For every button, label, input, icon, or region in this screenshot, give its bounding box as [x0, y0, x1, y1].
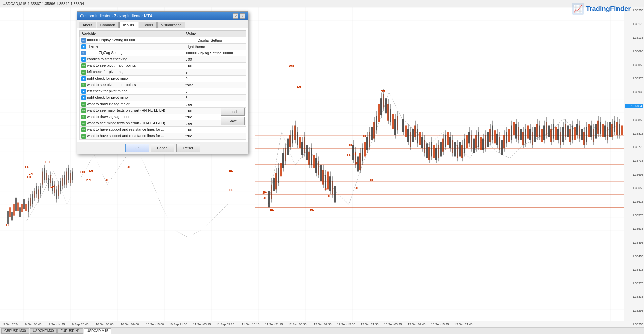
logo: 📈 TradingFinder: [572, 3, 631, 15]
value-cell: 3: [184, 94, 246, 101]
value-cell: ===== ZigZag Setting =====: [184, 50, 246, 56]
row-icon: ■: [81, 76, 86, 81]
time-axis: 9 Sep 2024 9 Sep 08:45 9 Sep 14:45 9 Sep…: [0, 321, 624, 327]
table-row[interactable]: ✏want to draw zigzag majortrue: [80, 101, 246, 107]
save-button[interactable]: Save: [221, 117, 245, 125]
top-bar: USDCAD,M15 1.35867 1.35896 1.35842 1.358…: [0, 0, 644, 7]
variable-cell: ✏want to draw zigzag minor: [80, 114, 184, 120]
price-4: 1.36095: [625, 50, 643, 53]
tab-common[interactable]: Common: [97, 22, 119, 28]
row-icon: ✏: [81, 51, 86, 55]
variable-cell: ■left check for pivot minor: [80, 88, 184, 94]
close-button[interactable]: ×: [240, 13, 245, 19]
variable-cell: ✏want to have support and resistance lin…: [80, 127, 184, 133]
tab-gbpusd-m30[interactable]: GBPUSD,M30: [1, 328, 29, 334]
price-18: 1.35495: [625, 241, 643, 244]
tab-usdchf-m30[interactable]: USDCHF,M30: [30, 328, 57, 334]
value-cell: 300: [184, 56, 246, 63]
price-14: 1.35655: [625, 186, 643, 190]
svg-text:LH: LH: [347, 154, 351, 157]
load-button[interactable]: Load: [221, 108, 245, 116]
row-icon: ✏: [81, 102, 86, 107]
table-row[interactable]: ✏===== ZigZag Setting ========== ZigZag …: [80, 50, 246, 56]
time-label-3: 9 Sep 20:45: [72, 323, 89, 326]
dialog-title: Custom Indicator - Zigzag Indicator MT4: [80, 14, 152, 18]
table-row[interactable]: ■right check for pivot minor3: [80, 94, 246, 101]
table-row[interactable]: ■right check for pivot major9: [80, 75, 246, 82]
tab-usdcad-m15[interactable]: USDCAD,M15: [84, 328, 111, 334]
table-row[interactable]: ■candles to start checking300: [80, 56, 246, 63]
modal-dialog: Custom Indicator - Zigzag Indicator MT4 …: [77, 11, 248, 154]
value-cell: true: [184, 127, 246, 133]
value-cell: Light theme: [184, 44, 246, 50]
svg-text:HL: HL: [263, 190, 267, 193]
current-price: 1.35894: [625, 104, 643, 108]
svg-text:HL: HL: [263, 197, 267, 200]
dialog-tabs: About Common Inputs Colors Visualization: [77, 20, 248, 28]
table-row[interactable]: ✏===== Display Setting ========== Displa…: [80, 37, 246, 44]
time-label-17: 13 Sep 09:45: [408, 323, 426, 326]
svg-text:LH: LH: [89, 169, 93, 172]
time-label-19: 13 Sep 21:45: [454, 323, 473, 326]
table-row[interactable]: ✏left check for pivot major9: [80, 69, 246, 75]
tab-eurusd-h1[interactable]: EURUSD,H1: [57, 328, 83, 334]
price-17: 1.35535: [625, 227, 643, 230]
price-7: 1.35935: [625, 90, 643, 94]
row-icon: ✏: [81, 38, 86, 43]
time-label-1: 9 Sep 08:45: [25, 323, 42, 326]
variable-cell: ✏want to see minor texts on chart (HH-HL…: [80, 120, 184, 127]
price-scale: 1.36250 1.36175 1.36135 1.36095 1.36055 …: [624, 7, 644, 327]
svg-text:HH: HH: [381, 89, 385, 92]
svg-text:HH: HH: [349, 144, 353, 147]
variable-cell: ✏===== Display Setting =====: [80, 37, 184, 44]
time-label-0: 9 Sep 2024: [3, 323, 19, 326]
table-row[interactable]: ✏want to see pivot minor pointsfalse: [80, 82, 246, 88]
tab-about[interactable]: About: [79, 22, 96, 28]
price-2: 1.36175: [625, 22, 643, 26]
svg-text:HH: HH: [80, 171, 85, 174]
dialog-titlebar: Custom Indicator - Zigzag Indicator MT4 …: [77, 12, 248, 20]
variable-cell: ■right check for pivot major: [80, 75, 184, 82]
tab-colors[interactable]: Colors: [139, 22, 157, 28]
svg-text:HL: HL: [310, 208, 314, 211]
svg-text:HH: HH: [45, 160, 50, 164]
table-row[interactable]: ✏want to have support and resistance lin…: [80, 127, 246, 133]
dialog-action-buttons: Load Save: [221, 108, 245, 125]
variable-cell: ✏want to see pivot minor points: [80, 82, 184, 88]
help-button[interactable]: ?: [233, 13, 238, 19]
time-label-15: 12 Sep 21:30: [361, 323, 379, 326]
value-cell: true: [184, 133, 246, 139]
dialog-footer: OK Cancel Reset: [77, 142, 248, 154]
variable-cell: ✏want to see pivot major points: [80, 63, 184, 69]
variable-cell: ✏left check for pivot major: [80, 69, 184, 75]
reset-button[interactable]: Reset: [176, 144, 200, 152]
tab-visualization[interactable]: Visualization: [157, 22, 185, 28]
table-row[interactable]: ✏want to have support and resistance lin…: [80, 133, 246, 139]
svg-text:📈: 📈: [573, 4, 583, 13]
svg-text:HL: HL: [324, 188, 328, 191]
table-row[interactable]: ✏want to see pivot major pointstrue: [80, 63, 246, 69]
time-label-9: 11 Sep 09:15: [216, 323, 234, 326]
value-cell: false: [184, 82, 246, 88]
svg-text:HL: HL: [355, 161, 359, 165]
variable-cell: ■right check for pivot minor: [80, 94, 184, 101]
time-label-13: 12 Sep 09:30: [314, 323, 332, 326]
price-16: 1.35575: [625, 214, 643, 217]
svg-text:LH: LH: [50, 185, 54, 189]
svg-text:EL: EL: [229, 188, 233, 192]
row-icon: ✏: [81, 83, 86, 87]
value-cell: true: [184, 63, 246, 69]
value-cell: true: [184, 101, 246, 107]
cancel-button[interactable]: Cancel: [151, 144, 174, 152]
tab-inputs[interactable]: Inputs: [119, 22, 138, 28]
variable-cell: ■candles to start checking: [80, 56, 184, 63]
table-row[interactable]: ■ThemeLight theme: [80, 44, 246, 50]
logo-icon-svg: 📈: [572, 3, 584, 15]
table-row[interactable]: ■left check for pivot minor3: [80, 88, 246, 94]
price-19: 1.35455: [625, 255, 643, 258]
price-11: 1.35775: [625, 145, 643, 149]
row-icon: ■: [81, 89, 86, 94]
row-icon: ✏: [81, 121, 86, 126]
ok-button[interactable]: OK: [125, 144, 149, 152]
symbol-info: USDCAD,M15 1.35867 1.35896 1.35842 1.358…: [3, 2, 84, 6]
